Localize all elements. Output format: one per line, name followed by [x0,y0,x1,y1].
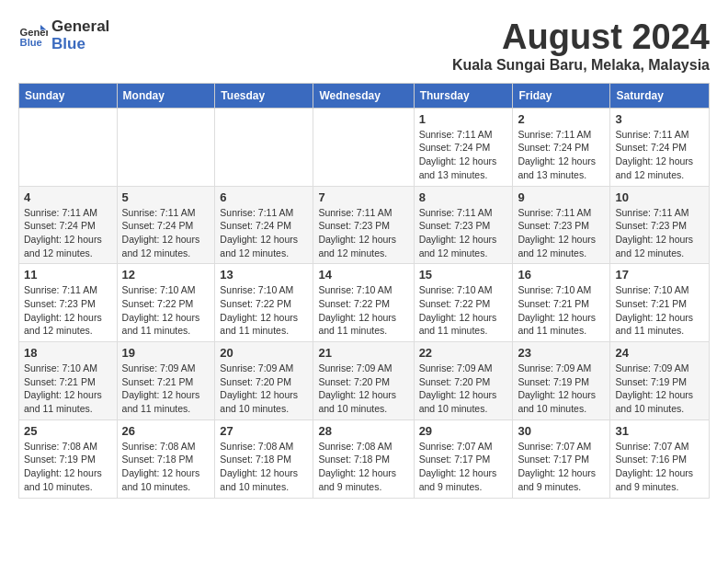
day-number: 18 [24,346,112,360]
day-info: Sunrise: 7:11 AM Sunset: 7:24 PM Dayligh… [220,206,308,260]
day-info: Sunrise: 7:07 AM Sunset: 7:17 PM Dayligh… [518,440,605,494]
day-number: 31 [615,424,704,438]
day-info: Sunrise: 7:09 AM Sunset: 7:21 PM Dayligh… [122,362,210,416]
day-info: Sunrise: 7:11 AM Sunset: 7:24 PM Dayligh… [419,128,508,182]
day-cell: 21Sunrise: 7:09 AM Sunset: 7:20 PM Dayli… [313,342,414,420]
day-cell: 19Sunrise: 7:09 AM Sunset: 7:21 PM Dayli… [117,342,215,420]
day-cell: 24Sunrise: 7:09 AM Sunset: 7:19 PM Dayli… [610,342,710,420]
day-cell: 13Sunrise: 7:10 AM Sunset: 7:22 PM Dayli… [215,264,313,342]
day-info: Sunrise: 7:10 AM Sunset: 7:21 PM Dayligh… [615,283,704,338]
svg-text:Blue: Blue [20,37,42,48]
day-number: 25 [24,424,112,438]
day-info: Sunrise: 7:11 AM Sunset: 7:24 PM Dayligh… [24,206,112,260]
day-number: 13 [220,268,308,282]
day-info: Sunrise: 7:11 AM Sunset: 7:23 PM Dayligh… [318,206,408,260]
day-number: 19 [122,346,210,360]
day-info: Sunrise: 7:09 AM Sunset: 7:19 PM Dayligh… [615,362,704,416]
day-cell: 8Sunrise: 7:11 AM Sunset: 7:23 PM Daylig… [414,186,513,264]
day-cell: 4Sunrise: 7:11 AM Sunset: 7:24 PM Daylig… [19,186,118,264]
day-number: 28 [318,424,408,438]
day-cell: 5Sunrise: 7:11 AM Sunset: 7:24 PM Daylig… [117,186,215,264]
day-cell: 25Sunrise: 7:08 AM Sunset: 7:19 PM Dayli… [19,419,118,498]
day-cell: 23Sunrise: 7:09 AM Sunset: 7:19 PM Dayli… [513,342,610,420]
day-number: 27 [220,424,308,438]
day-number: 5 [122,190,210,204]
day-cell: 9Sunrise: 7:11 AM Sunset: 7:23 PM Daylig… [513,186,610,264]
day-number: 11 [24,268,112,282]
day-cell: 1Sunrise: 7:11 AM Sunset: 7:24 PM Daylig… [414,108,513,186]
day-cell: 14Sunrise: 7:10 AM Sunset: 7:22 PM Dayli… [313,264,414,342]
day-info: Sunrise: 7:11 AM Sunset: 7:23 PM Dayligh… [615,206,704,260]
day-cell: 22Sunrise: 7:09 AM Sunset: 7:20 PM Dayli… [414,342,513,420]
day-cell: 6Sunrise: 7:11 AM Sunset: 7:24 PM Daylig… [215,186,313,264]
day-cell: 17Sunrise: 7:10 AM Sunset: 7:21 PM Dayli… [610,264,710,342]
day-info: Sunrise: 7:10 AM Sunset: 7:22 PM Dayligh… [419,283,508,338]
day-number: 12 [122,268,210,282]
logo-icon: General Blue [18,21,48,51]
header-thursday: Thursday [414,83,513,108]
day-number: 23 [518,346,605,360]
week-row-1: 4Sunrise: 7:11 AM Sunset: 7:24 PM Daylig… [19,186,710,264]
day-number: 2 [518,112,605,126]
day-info: Sunrise: 7:09 AM Sunset: 7:19 PM Dayligh… [518,362,605,416]
day-number: 10 [615,190,704,204]
day-cell: 11Sunrise: 7:11 AM Sunset: 7:23 PM Dayli… [19,264,118,342]
day-number: 7 [318,190,408,204]
day-number: 3 [615,112,704,126]
day-cell: 28Sunrise: 7:08 AM Sunset: 7:18 PM Dayli… [313,419,414,498]
day-info: Sunrise: 7:08 AM Sunset: 7:18 PM Dayligh… [318,440,408,494]
week-row-2: 11Sunrise: 7:11 AM Sunset: 7:23 PM Dayli… [19,264,710,342]
day-number: 26 [122,424,210,438]
day-number: 14 [318,268,408,282]
day-info: Sunrise: 7:10 AM Sunset: 7:22 PM Dayligh… [220,283,308,338]
day-info: Sunrise: 7:08 AM Sunset: 7:18 PM Dayligh… [220,440,308,494]
day-number: 4 [24,190,112,204]
day-cell: 30Sunrise: 7:07 AM Sunset: 7:17 PM Dayli… [513,419,610,498]
day-number: 17 [615,268,704,282]
day-number: 16 [518,268,605,282]
logo-blue: Blue [51,36,109,53]
day-info: Sunrise: 7:10 AM Sunset: 7:22 PM Dayligh… [122,283,210,338]
page-header: General Blue General Blue August 2024 Ku… [18,18,710,74]
day-number: 20 [220,346,308,360]
week-row-4: 25Sunrise: 7:08 AM Sunset: 7:19 PM Dayli… [19,419,710,498]
header-tuesday: Tuesday [215,83,313,108]
day-cell: 7Sunrise: 7:11 AM Sunset: 7:23 PM Daylig… [313,186,414,264]
day-info: Sunrise: 7:09 AM Sunset: 7:20 PM Dayligh… [220,362,308,416]
day-info: Sunrise: 7:07 AM Sunset: 7:16 PM Dayligh… [615,440,704,494]
day-info: Sunrise: 7:10 AM Sunset: 7:21 PM Dayligh… [24,362,112,416]
header-saturday: Saturday [610,83,710,108]
day-cell: 27Sunrise: 7:08 AM Sunset: 7:18 PM Dayli… [215,419,313,498]
day-info: Sunrise: 7:10 AM Sunset: 7:22 PM Dayligh… [318,283,408,338]
header-row: SundayMondayTuesdayWednesdayThursdayFrid… [19,83,710,108]
day-cell: 10Sunrise: 7:11 AM Sunset: 7:23 PM Dayli… [610,186,710,264]
day-number: 1 [419,112,508,126]
calendar-table: SundayMondayTuesdayWednesdayThursdayFrid… [18,83,710,499]
day-number: 15 [419,268,508,282]
day-cell: 20Sunrise: 7:09 AM Sunset: 7:20 PM Dayli… [215,342,313,420]
day-info: Sunrise: 7:11 AM Sunset: 7:24 PM Dayligh… [122,206,210,260]
week-row-0: 1Sunrise: 7:11 AM Sunset: 7:24 PM Daylig… [19,108,710,186]
day-number: 21 [318,346,408,360]
day-number: 22 [419,346,508,360]
day-cell [117,108,215,186]
week-row-3: 18Sunrise: 7:10 AM Sunset: 7:21 PM Dayli… [19,342,710,420]
day-cell: 29Sunrise: 7:07 AM Sunset: 7:17 PM Dayli… [414,419,513,498]
day-cell: 18Sunrise: 7:10 AM Sunset: 7:21 PM Dayli… [19,342,118,420]
day-number: 6 [220,190,308,204]
day-number: 8 [419,190,508,204]
page-subtitle: Kuala Sungai Baru, Melaka, Malaysia [452,57,710,74]
day-cell: 15Sunrise: 7:10 AM Sunset: 7:22 PM Dayli… [414,264,513,342]
day-cell: 16Sunrise: 7:10 AM Sunset: 7:21 PM Dayli… [513,264,610,342]
day-info: Sunrise: 7:07 AM Sunset: 7:17 PM Dayligh… [419,440,508,494]
header-sunday: Sunday [19,83,118,108]
day-cell: 31Sunrise: 7:07 AM Sunset: 7:16 PM Dayli… [610,419,710,498]
header-friday: Friday [513,83,610,108]
day-cell: 2Sunrise: 7:11 AM Sunset: 7:24 PM Daylig… [513,108,610,186]
day-info: Sunrise: 7:08 AM Sunset: 7:18 PM Dayligh… [122,440,210,494]
day-cell: 3Sunrise: 7:11 AM Sunset: 7:24 PM Daylig… [610,108,710,186]
day-info: Sunrise: 7:09 AM Sunset: 7:20 PM Dayligh… [318,362,408,416]
day-info: Sunrise: 7:11 AM Sunset: 7:24 PM Dayligh… [615,128,704,182]
day-number: 24 [615,346,704,360]
calendar-header: SundayMondayTuesdayWednesdayThursdayFrid… [19,83,710,108]
